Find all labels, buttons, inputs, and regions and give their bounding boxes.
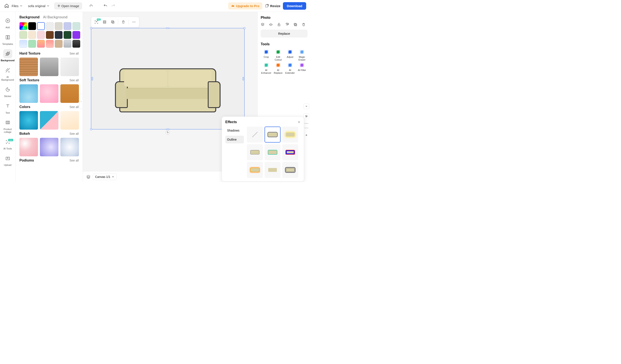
open-image-button[interactable]: Open Image: [54, 2, 82, 9]
color-swatch[interactable]: [72, 22, 80, 30]
see-all-link[interactable]: See all: [69, 52, 79, 55]
effect-item-plain[interactable]: [265, 162, 280, 178]
tool-item-ai-extender[interactable]: AI Extender: [285, 63, 296, 74]
effects-tab-shadows[interactable]: Shadows: [225, 127, 244, 134]
color-swatch[interactable]: [64, 40, 71, 48]
background-thumb[interactable]: [19, 111, 38, 130]
color-swatch[interactable]: [46, 40, 54, 48]
fit-button[interactable]: [101, 18, 108, 26]
effect-item-outline-thin[interactable]: [247, 144, 263, 160]
background-thumb[interactable]: [60, 138, 79, 156]
resize-handle-top[interactable]: [166, 28, 170, 29]
canvas-selector[interactable]: Canvas 1/1: [93, 173, 117, 180]
color-swatch[interactable]: [28, 31, 36, 39]
color-swatch[interactable]: [72, 31, 80, 39]
more-button[interactable]: [130, 18, 138, 26]
rail-item-product-collage[interactable]: Product collage: [1, 117, 15, 135]
background-thumb[interactable]: [40, 84, 58, 103]
color-swatch[interactable]: [55, 22, 63, 30]
delete-button[interactable]: [120, 18, 127, 26]
background-thumb[interactable]: [19, 84, 38, 103]
color-swatch[interactable]: [64, 22, 71, 30]
copy-icon[interactable]: [293, 23, 297, 27]
rail-item-add[interactable]: Add: [1, 15, 15, 30]
rotate-handle[interactable]: ↻: [166, 130, 170, 135]
see-all-link[interactable]: See all: [69, 78, 79, 82]
rail-item-sticker[interactable]: Sticker: [1, 84, 15, 99]
home-icon[interactable]: [4, 3, 9, 8]
rail-item-background[interactable]: Background: [1, 48, 15, 63]
background-thumb[interactable]: [60, 111, 79, 130]
tool-item-ai-enhancer[interactable]: AI Enhancer: [261, 63, 272, 74]
panel-collapse-button[interactable]: ‹: [79, 94, 83, 109]
flip-icon[interactable]: [269, 23, 273, 27]
add-layer-button[interactable]: +: [304, 132, 309, 138]
settings-sliders-button[interactable]: [304, 113, 309, 119]
tab-background[interactable]: Background: [19, 15, 39, 19]
resize-handle-left[interactable]: [92, 77, 93, 80]
effects-tab-outline[interactable]: Outline: [225, 136, 244, 143]
background-thumb[interactable]: [19, 58, 38, 76]
sofa-image[interactable]: [120, 69, 216, 112]
replace-button[interactable]: Replace: [261, 30, 308, 37]
effect-item-outline-double[interactable]: [282, 162, 298, 178]
resize-handle-tr[interactable]: [243, 27, 245, 29]
color-swatch[interactable]: [37, 22, 45, 30]
background-thumb[interactable]: [40, 111, 58, 130]
rail-item-ai-tools[interactable]: ANew AI Tools: [1, 136, 15, 151]
rail-item-ai-background[interactable]: AI Background: [1, 65, 15, 82]
effect-item-glow-yellow[interactable]: [282, 127, 298, 142]
effect-item-outline-teal[interactable]: [265, 144, 280, 160]
background-thumb[interactable]: [60, 84, 79, 103]
collapse-panel-button[interactable]: [304, 104, 309, 109]
ai-select-button[interactable]: New: [92, 18, 100, 26]
tool-item-ai-filter[interactable]: AI Filter: [296, 63, 308, 74]
trash-icon[interactable]: [302, 23, 306, 27]
layers-icon[interactable]: [86, 175, 91, 179]
duplicate-button[interactable]: [109, 18, 117, 26]
color-swatch[interactable]: [28, 22, 36, 30]
project-name-dropdown[interactable]: sofa original: [28, 4, 49, 8]
rail-item-templates[interactable]: Templates: [1, 32, 15, 47]
color-swatch[interactable]: [55, 40, 63, 48]
layers-icon[interactable]: [261, 23, 265, 27]
rail-item-upload[interactable]: Upload: [1, 153, 15, 168]
paint-format-icon[interactable]: [285, 23, 289, 27]
color-swatch[interactable]: [19, 22, 27, 30]
color-swatch[interactable]: [55, 31, 63, 39]
tab-ai-background[interactable]: AI Background: [43, 15, 68, 19]
tool-item-magic-eraser[interactable]: Magic Eraser: [296, 50, 308, 61]
see-all-link[interactable]: See all: [69, 132, 79, 136]
background-thumb[interactable]: [19, 138, 38, 156]
upgrade-button[interactable]: Upgrade to Pro: [228, 2, 262, 9]
color-swatch[interactable]: [37, 40, 45, 48]
lock-icon[interactable]: [277, 23, 281, 27]
background-thumb[interactable]: [60, 58, 79, 76]
tool-item-crop[interactable]: Crop: [261, 50, 272, 61]
effect-item-none[interactable]: [247, 127, 263, 142]
sync-button[interactable]: [89, 3, 94, 8]
color-swatch[interactable]: [37, 31, 45, 39]
background-thumb[interactable]: [40, 58, 58, 76]
background-thumb[interactable]: [40, 138, 58, 156]
files-dropdown[interactable]: Files: [12, 4, 22, 8]
rail-item-text[interactable]: Text: [1, 100, 15, 116]
effect-item-outline-fire[interactable]: [247, 162, 263, 178]
color-swatch[interactable]: [19, 31, 27, 39]
effect-item-outline-rgb[interactable]: [282, 144, 298, 160]
resize-handle-bottom[interactable]: [166, 129, 170, 130]
tool-item-edit-cutout[interactable]: Edit Cutout: [273, 50, 284, 61]
color-swatch[interactable]: [19, 40, 27, 48]
close-icon[interactable]: ✕: [298, 120, 300, 124]
resize-button[interactable]: Resize: [265, 4, 280, 8]
canvas-frame[interactable]: ↻: [91, 28, 244, 129]
resize-handle-tl[interactable]: [90, 27, 92, 29]
color-swatch[interactable]: [64, 31, 71, 39]
see-all-link[interactable]: See all: [69, 105, 79, 109]
undo-button[interactable]: [103, 3, 108, 8]
tool-item-ai-replace[interactable]: AI Replace: [273, 63, 284, 74]
tool-item-adjust[interactable]: Adjust: [285, 50, 296, 61]
redo-button[interactable]: [111, 3, 116, 8]
color-swatch[interactable]: [72, 40, 80, 48]
download-button[interactable]: Download: [283, 2, 306, 10]
